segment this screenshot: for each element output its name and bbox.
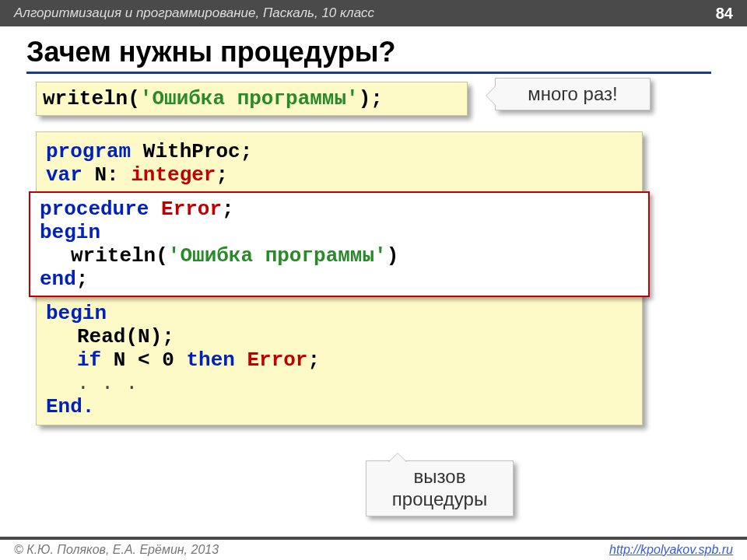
slide-footer: © К.Ю. Поляков, Е.А. Ерёмин, 2013 http:/…: [0, 537, 747, 560]
code-line: writeln('Ошибка программы'): [40, 244, 639, 268]
code-line: if N < 0 then Error;: [46, 348, 633, 372]
kw-begin: begin: [46, 302, 633, 325]
author-url[interactable]: http://kpolyakov.spb.ru: [609, 543, 733, 557]
ellipsis: . . .: [77, 372, 138, 395]
kw-var: var: [46, 163, 94, 187]
paren: ): [387, 244, 399, 268]
fn-writeln: writeln: [71, 244, 156, 268]
kw-end: End.: [46, 395, 633, 418]
program-name: WithProc;: [143, 140, 252, 163]
string-text: Ошибка программы: [152, 87, 346, 110]
type-name: integer: [131, 163, 216, 187]
proc-call: Error: [247, 348, 307, 372]
string-quote: ': [374, 244, 387, 268]
kw-then: then: [186, 348, 247, 372]
slide-title: Зачем нужны процедуры?: [26, 36, 711, 74]
code-line: . . .: [46, 372, 633, 395]
code-line: program WithProc;: [46, 140, 633, 163]
code-text: );: [359, 87, 383, 110]
callout-proc-call: вызов процедуры: [366, 460, 514, 516]
copyright: © К.Ю. Поляков, Е.А. Ерёмин, 2013: [14, 543, 219, 557]
code-snippet-main: program WithProc; var N: integer; proced…: [36, 131, 643, 425]
semicolon: ;: [307, 348, 320, 372]
code-line: procedure Error;: [40, 198, 639, 221]
string-quote: ': [346, 87, 359, 110]
semicolon: ;: [216, 163, 228, 187]
kw-program: program: [46, 140, 143, 163]
callout-many-times: много раз!: [495, 78, 651, 110]
code-line: var N: integer;: [46, 163, 633, 187]
kw-end: end: [40, 268, 76, 291]
page-number: 84: [716, 5, 733, 23]
string-quote: ': [168, 244, 181, 268]
condition: N < 0: [114, 348, 187, 372]
paren: (: [156, 244, 168, 268]
header-subject: Алгоритмизация и программирование, Паска…: [14, 5, 374, 21]
callout-line1: вызов: [374, 466, 505, 488]
code-line: Read(N);: [46, 325, 633, 348]
code-snippet-top: writeln('Ошибка программы');: [36, 82, 468, 116]
code-keyword: writeln: [43, 87, 128, 110]
kw-procedure: procedure: [40, 198, 161, 221]
kw-if: if: [77, 348, 114, 372]
proc-name: Error: [161, 198, 222, 221]
semicolon: ;: [222, 198, 234, 221]
slide-header: Алгоритмизация и программирование, Паска…: [0, 0, 747, 26]
args: (N);: [125, 325, 174, 348]
kw-begin: begin: [40, 221, 639, 244]
callout-line2: процедуры: [374, 488, 505, 511]
string-quote: ': [140, 87, 153, 110]
string-text: Ошибка программы: [180, 244, 374, 268]
procedure-definition-box: procedure Error; begin writeln('Ошибка п…: [29, 191, 650, 297]
semicolon: ;: [76, 268, 89, 291]
code-line: end;: [40, 268, 639, 291]
var-name: N:: [94, 163, 131, 187]
fn-read: Read: [77, 325, 125, 348]
